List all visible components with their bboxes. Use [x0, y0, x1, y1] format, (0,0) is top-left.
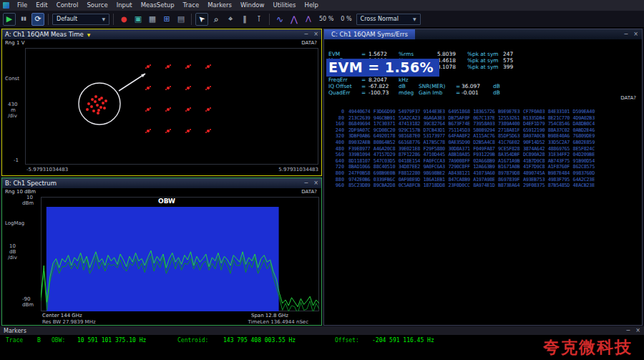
panel-meas-time-titlebar[interactable]: A: Ch1 16QAM Meas Time ▼ ─ × [2, 29, 321, 39]
hex-group: DA8DB0C4 [573, 121, 595, 127]
restart-button[interactable]: ⟳ [31, 13, 44, 26]
hex-group: 87F12286 [399, 152, 420, 158]
y-div-unit: dB [9, 250, 16, 255]
range-label: Rng 10 dBm [5, 190, 36, 195]
hex-group: A46A20C8 [374, 146, 395, 152]
pointer-tool-button[interactable]: ➤ [195, 13, 208, 26]
menu-item-input[interactable]: Input [112, 0, 137, 11]
record-button[interactable]: ● [117, 13, 130, 26]
grid-view-icon[interactable]: ▦ [146, 13, 159, 26]
menu-item-control[interactable]: Control [52, 0, 83, 11]
measurement-value: 5.8039 [437, 52, 456, 57]
measurement-value: %pk at sym [467, 52, 499, 57]
hex-group: 946CBB91 [374, 115, 395, 122]
data-flag: DATA? [620, 96, 636, 101]
menu-item-edit[interactable]: Edit [31, 0, 52, 11]
y-top-value: 10 [26, 195, 33, 200]
chevron-down-icon[interactable]: ▼ [87, 32, 91, 37]
measurement-value: Gain Imb [419, 90, 442, 95]
menu-item-file[interactable]: File [13, 0, 31, 11]
menu-item-help[interactable]: Help [301, 0, 323, 11]
y-axis-name: Const [5, 77, 19, 82]
hex-row-index: 640 [327, 158, 344, 165]
measurement-value: 4.4618 [437, 58, 456, 63]
close-icon[interactable]: × [313, 180, 318, 186]
minimize-icon[interactable]: ─ [624, 31, 628, 37]
menu-item-trace[interactable]: Trace [179, 0, 204, 11]
minimize-icon[interactable]: ─ [626, 328, 630, 334]
tile-windows-icon[interactable]: ⊞ [160, 13, 173, 26]
menu-item-window[interactable]: Window [236, 0, 269, 11]
hex-group: 9CE5F828 [498, 146, 519, 152]
hex-row-index: 880 [327, 177, 344, 183]
data-flag: DATA? [301, 190, 317, 195]
zoom-tool-button[interactable]: ⌕ [210, 13, 223, 26]
hex-group: F8812280 [399, 170, 420, 177]
cross-normal-dropdown-label: Cross Normal [361, 16, 399, 22]
close-icon[interactable]: × [635, 328, 640, 334]
hex-group: 4EACB23E [573, 183, 595, 189]
menu-item-meassetup[interactable]: MeasSetup [137, 0, 179, 11]
minimize-icon[interactable]: ─ [304, 180, 308, 186]
play-button[interactable]: ▶ [3, 13, 16, 26]
record-icon: ● [121, 16, 127, 23]
display-icon[interactable]: ▣ [132, 13, 145, 26]
peak-search-button[interactable]: ⋀ [288, 13, 301, 26]
panel-syms-errs: C: Ch1 16QAM Syms/Errs ─ × EVM=1.5672%rm… [323, 29, 643, 326]
hex-group: F049FA87 [473, 146, 494, 152]
hex-group: 66168776 [399, 140, 420, 146]
measurement-value: 1.5672 [369, 52, 387, 57]
cross-normal-dropdown[interactable]: Cross Normal▼ [356, 14, 421, 25]
hex-group: 9742E0B6 [348, 177, 370, 183]
zoom-tool-icon: ⌕ [214, 15, 219, 24]
close-icon[interactable]: × [313, 31, 318, 37]
hex-group: 64A2C23E [573, 177, 595, 183]
y-bottom-unit: dBm [22, 303, 34, 308]
hex-group: 47157D29 [374, 152, 395, 158]
measurement-value: mdeg [399, 90, 414, 95]
measurement-value: dB [493, 90, 500, 95]
close-icon[interactable]: × [633, 31, 638, 37]
hex-group: 4D9A02B3 [573, 115, 595, 122]
next-peak-button[interactable]: ⋀ [302, 13, 315, 26]
y-scale-value: 430 [8, 102, 17, 107]
markers-bar[interactable]: Markers ─ × [0, 326, 644, 335]
wave-marker-button[interactable]: ∿ [273, 13, 286, 26]
data-flag: DATA? [301, 41, 317, 46]
hex-group: A197A98E [473, 177, 494, 183]
hex-group: 7389A400 [498, 121, 519, 127]
stack-windows-icon[interactable]: ▤ [175, 13, 187, 26]
menu-item-utilities[interactable]: Utilities [269, 0, 301, 11]
y-axis-bottom: -1 [14, 158, 19, 163]
hex-group: 48869765 [548, 146, 570, 152]
hex-group: B1335DB4 [523, 115, 545, 122]
panel-syms-errs-titlebar[interactable]: C: Ch1 16QAM Syms/Errs ─ × [324, 29, 642, 39]
meas-time-plot-area: Rng 1 V DATA? Const 430 m /div -1 -5.979… [2, 39, 321, 175]
evm-readout: EVM = 1.56% [326, 59, 439, 77]
hex-group: 4710D445 [424, 152, 445, 158]
band-marker-icon: ‖ [243, 15, 247, 23]
preset-dropdown[interactable]: Default▼ [52, 14, 109, 25]
hex-group: 85C23D89 [348, 183, 370, 189]
play-icon: ▶ [6, 15, 12, 23]
menu-item-markers[interactable]: Markers [203, 0, 236, 11]
hex-group: 862C8575 [573, 164, 595, 170]
res-bw-label: Res BW 27.9839 MHz [42, 320, 96, 325]
status-segment: OBW: [52, 338, 65, 344]
hex-group: A93EB753 [523, 177, 545, 183]
band-marker-button[interactable]: ‖ [238, 13, 251, 26]
pause-button[interactable]: ▮▮ [17, 13, 30, 26]
menu-item-source[interactable]: Source [82, 0, 112, 11]
hex-group: 04D209BE [573, 152, 595, 158]
status-segment: Trace [6, 338, 23, 344]
marker-m1-button[interactable]: ⊺ [253, 13, 265, 26]
minimize-icon[interactable]: ─ [304, 31, 308, 37]
hex-row: 480F39E8977A46A20C839E021E8F29F588030D8A… [327, 146, 639, 152]
panel-spectrum-titlebar[interactable]: B: Ch1 Spectrum ─ × [2, 178, 321, 188]
panel-syms-errs-tab[interactable]: C: Ch1 16QAM Syms/Errs [324, 29, 415, 39]
measurement-value: dB [399, 84, 406, 89]
crosshair-tool-button[interactable]: ⌖ [224, 13, 237, 26]
hex-group: 9CD08C20 [374, 127, 395, 134]
hex-group: AB743F75 [548, 158, 570, 165]
measurement-value: -100.73 [369, 90, 389, 95]
